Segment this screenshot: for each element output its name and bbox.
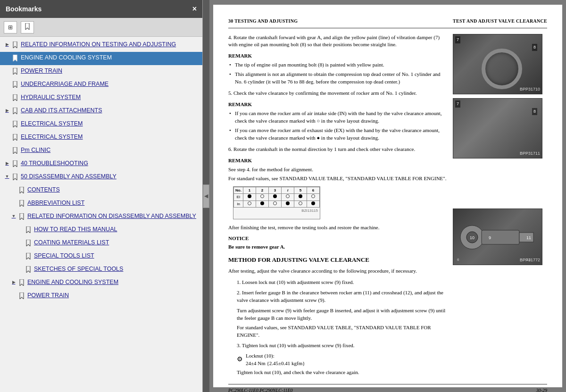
header-left: 30 TESTING AND ADJUSTING — [228, 18, 298, 25]
bookmark-item-pm-clinic[interactable]: Pm CLINIC — [0, 144, 202, 158]
bookmark-item-disassembly[interactable]: 50 DISASSEMBLY AND ASSEMBLY — [0, 171, 202, 184]
bookmark-label: CAB AND ITS ATTACHMENTS — [21, 106, 200, 114]
svg-text:6: 6 — [457, 258, 459, 262]
close-button[interactable]: × — [192, 5, 197, 13]
bookmark-item-power-train-sub[interactable]: POWER TRAIN — [0, 290, 202, 303]
bookmark-action-button[interactable] — [21, 21, 34, 33]
bookmark-item-coating[interactable]: COATING MATERIALS LIST — [0, 237, 202, 250]
torque-label: Locknut (10): 24±4 Nm {2.45±0.41 kgfm} — [246, 352, 305, 367]
bookmarks-header: Bookmarks × — [0, 0, 202, 18]
bookmark-icon — [25, 252, 32, 260]
remark1-title: REMARK — [228, 52, 447, 60]
panel-collapse-button[interactable]: ◀ — [203, 184, 209, 208]
expand-icon[interactable] — [10, 279, 17, 286]
svg-text:9: 9 — [489, 235, 491, 240]
bookmark-item-related-disassembly[interactable]: RELATED INFORMATION ON DISASSEMBLY AND A… — [0, 210, 202, 224]
bookmark-item-troubleshooting[interactable]: 40 TROUBLESHOOTING — [0, 158, 202, 171]
expand-icon — [17, 266, 24, 273]
image-crankshaft: 7 8 BPP31710 — [453, 34, 542, 94]
bookmark-item-related-testing[interactable]: RELATED INFORMATION ON TESTING AND ADJUS… — [0, 39, 202, 52]
bookmark-label: SKETCHES OF SPECIAL TOOLS — [34, 265, 200, 273]
step-6: 6. Rotate the crankshaft in the normal d… — [228, 146, 447, 153]
bookmark-icon — [18, 279, 25, 286]
method-step2: 2. Insert feeler gauge B in the clearanc… — [228, 289, 447, 304]
bookmark-icon — [11, 173, 19, 181]
bookmarks-toolbar: ⊞ — [0, 18, 202, 37]
bookmark-label: ABBREVIATION LIST — [27, 199, 200, 207]
bookmark-icon — [11, 147, 19, 154]
bookmarks-title: Bookmarks — [6, 5, 42, 13]
bookmark-label: Pm CLINIC — [21, 146, 200, 154]
bookmark-item-power-train[interactable]: POWER TRAIN — [0, 65, 202, 78]
expand-icon[interactable] — [4, 107, 10, 115]
expand-icon[interactable] — [10, 213, 17, 220]
bookmark-icon — [18, 292, 25, 300]
expand-icon — [17, 226, 24, 234]
bookmark-label: ENGINE AND COOLING SYSTEM — [27, 278, 200, 286]
remark1-bullet1: The tip of engine oil pan mounting bolt … — [228, 61, 447, 69]
bookmarks-list[interactable]: RELATED INFORMATION ON TESTING AND ADJUS… — [0, 37, 202, 392]
method-step2c: For standard values, see STANDARD VALUE … — [228, 324, 447, 339]
valve-table-diagram: No. 123i56 EI — [233, 186, 320, 219]
torque-icon: ⚙ — [237, 355, 243, 364]
tighten-note: Tighten lock nut (10), and check the val… — [228, 369, 447, 376]
method-step1: 1. Loosen lock nut (10) with adjustment … — [228, 279, 447, 286]
document-page: 30 TESTING AND ADJUSTING TEST AND ADJUST… — [213, 5, 562, 387]
notice-title: NOTICE — [228, 235, 447, 242]
expand-icon — [10, 292, 17, 300]
notice-text: Be sure to remove gear A. — [228, 243, 447, 251]
bookmark-item-abbreviation[interactable]: ABBREVIATION LIST — [0, 197, 202, 210]
bookmark-icon — [25, 239, 32, 247]
footer-right: 30-29 — [536, 387, 547, 392]
bookmark-icon — [25, 266, 32, 273]
document-panel: 30 TESTING AND ADJUSTING TEST AND ADJUST… — [209, 0, 566, 392]
expand-icon — [4, 120, 10, 128]
header-right: TEST AND ADJUST VALVE CLEARANCE — [453, 18, 547, 25]
bookmark-item-hydraulic[interactable]: HYDRAULIC SYSTEM — [0, 92, 202, 105]
bookmark-icon — [11, 41, 19, 49]
expand-icon — [4, 147, 10, 154]
bookmark-item-cab[interactable]: CAB AND ITS ATTACHMENTS — [0, 105, 202, 118]
svg-text:10: 10 — [470, 235, 474, 240]
bookmark-item-engine-cooling[interactable]: ENGINE AND COOLING SYSTEM — [0, 52, 202, 65]
bookmark-label: COATING MATERIALS LIST — [34, 238, 200, 246]
bookmark-item-contents[interactable]: CONTENTS — [0, 184, 202, 197]
bookmark-item-electrical-1[interactable]: ELECTRICAL SYSTEM — [0, 118, 202, 131]
expand-icon — [4, 133, 10, 141]
bookmark-item-how-to-read[interactable]: HOW TO READ THIS MANUAL — [0, 224, 202, 237]
remark1-bullet2: This alignment is not an alignment to ob… — [228, 71, 447, 86]
bookmark-icon — [18, 200, 25, 207]
bookmark-item-electrical-2[interactable]: ELECTRICAL SYSTEM — [0, 131, 202, 144]
bookmark-icon — [11, 120, 19, 128]
remark2-bullet2: If you can move the rocker arm of exhaus… — [228, 127, 447, 142]
after-test-text: After finishing the test, remove the tes… — [228, 224, 447, 232]
bookmark-icon — [11, 133, 19, 141]
bookmark-label: POWER TRAIN — [21, 67, 200, 75]
bookmark-item-undercarriage[interactable]: UNDERCARRIAGE AND FRAME — [0, 78, 202, 92]
grid-view-button[interactable]: ⊞ — [4, 21, 17, 33]
bookmark-item-sketches[interactable]: SKETCHES OF SPECIAL TOOLS — [0, 263, 202, 276]
expand-icon[interactable] — [4, 41, 10, 49]
bookmark-icon — [11, 94, 19, 101]
page-header: 30 TESTING AND ADJUSTING TEST AND ADJUST… — [228, 18, 547, 28]
bookmark-label: ELECTRICAL SYSTEM — [21, 133, 200, 141]
footer-left: PC290LC-11E0,PC290NLC-11E0 — [228, 387, 293, 392]
expand-icon — [17, 252, 24, 260]
bookmark-item-special-tools[interactable]: SPECIAL TOOLS LIST — [0, 250, 202, 263]
bookmark-label: HYDRAULIC SYSTEM — [21, 93, 200, 101]
bookmark-item-engine-cooling-sub[interactable]: ENGINE AND COOLING SYSTEM — [0, 276, 202, 290]
bookmark-label: RELATED INFORMATION ON DISASSEMBLY AND A… — [27, 212, 200, 220]
expand-icon[interactable] — [4, 173, 10, 181]
doc-images-column: 7 8 BPP31710 7 8 BPP31711 — [453, 34, 547, 377]
expand-icon[interactable] — [4, 160, 10, 167]
bookmarks-panel: Bookmarks × ⊞ RELATED IN — [0, 0, 203, 392]
expand-icon — [10, 200, 17, 207]
image1-label: BPP31710 — [520, 86, 540, 92]
bookmark-label: 50 DISASSEMBLY AND ASSEMBLY — [21, 172, 200, 180]
image-spacer — [453, 162, 547, 205]
image-valve: 7 8 BPP31711 — [453, 98, 542, 158]
method-title: METHOD FOR ADJUSTING VALVE CLEARANCE — [228, 256, 447, 265]
bookmark-label: ENGINE AND COOLING SYSTEM — [21, 53, 200, 61]
expand-icon — [4, 94, 10, 101]
bookmark-icon — [18, 213, 25, 220]
